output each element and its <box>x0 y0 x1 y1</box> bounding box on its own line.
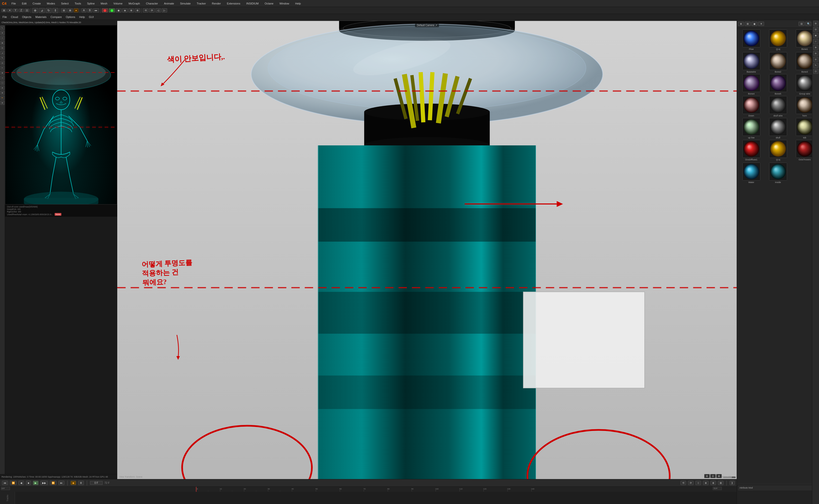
tool-2[interactable]: ⊞ <box>0 41 4 45</box>
toolbar-move[interactable]: ⊿ <box>39 8 45 13</box>
far-right-icon-2[interactable]: ⊞ <box>813 21 818 26</box>
far-right-icon-8[interactable]: ⊘ <box>813 57 818 62</box>
tool-12[interactable]: ⊛ <box>0 91 4 95</box>
far-right-icon-3[interactable]: ⊟ <box>813 27 818 32</box>
subbar-gui[interactable]: GUI <box>88 15 95 19</box>
menu-simulate[interactable]: Simulate <box>179 1 192 5</box>
toolbar-btn-a[interactable]: A <box>81 8 87 12</box>
toolbar-icons-8[interactable]: ⟳ <box>149 8 155 12</box>
play-stop[interactable]: ■ <box>26 481 31 485</box>
toolbar-icon-1[interactable]: ⊞ <box>1 9 6 12</box>
toolbar-grid[interactable]: ⊠ <box>67 8 73 12</box>
far-right-icon-10[interactable]: ⊡ <box>813 69 818 74</box>
subbar-materials[interactable]: Materials <box>34 15 48 19</box>
timeline-start-frame[interactable] <box>1 487 10 490</box>
material-item-bone4[interactable]: Bone4 <box>738 74 764 95</box>
subbar-file[interactable]: File <box>1 15 8 19</box>
subbar-objects[interactable]: Objects <box>21 15 32 19</box>
material-item-uplow[interactable]: up low <box>738 118 764 139</box>
menu-mesh[interactable]: Mesh <box>100 1 108 5</box>
toolbar-icons-10[interactable]: ▷ <box>162 8 167 12</box>
menu-modes[interactable]: Modes <box>46 1 56 5</box>
material-item-bone2[interactable]: Bone2 <box>765 52 791 73</box>
toolbar-snap[interactable]: ⊞ <box>61 8 67 12</box>
toolbar-rotate[interactable]: ↻ <box>46 8 52 13</box>
material-item-ocsdiffuse[interactable]: OcsDiffuse1 <box>738 140 764 162</box>
subbar-options[interactable]: Options <box>65 15 76 19</box>
toolbar-render[interactable]: ● <box>74 8 79 12</box>
menu-render[interactable]: Render <box>211 1 222 5</box>
rp-light-icon[interactable]: ☀ <box>758 22 764 26</box>
menu-create[interactable]: Create <box>32 1 42 5</box>
zoom-slider[interactable] <box>723 477 736 478</box>
play-fwd-faster[interactable]: ⏩ <box>50 481 56 485</box>
toolbar-more[interactable]: ▸▸ <box>93 8 99 12</box>
tool-10[interactable]: ⬡ <box>0 81 4 85</box>
toolbar-icons-render[interactable]: ⬤ <box>102 8 108 12</box>
tool-7[interactable]: ✂ <box>0 66 4 70</box>
play-forward[interactable]: ▶ <box>33 481 38 485</box>
tl-icons-6[interactable]: ⊞ <box>718 481 723 485</box>
toolbar-btn-b[interactable]: B <box>87 8 93 12</box>
far-right-icon-5[interactable]: ⊹ <box>813 39 818 44</box>
frame-counter[interactable] <box>90 481 102 485</box>
subbar-help[interactable]: Help <box>78 15 86 19</box>
menu-mograph[interactable]: MoGraph <box>127 1 141 5</box>
subbar-cloud[interactable]: Cloud <box>10 15 19 19</box>
toolbar-live-viewer[interactable]: ⬤ <box>109 8 115 12</box>
play-end[interactable]: ⏭ <box>58 481 64 485</box>
toolbar-icons-7[interactable]: ⟲ <box>143 8 148 12</box>
menu-extensions[interactable]: Extensions <box>226 1 241 5</box>
material-item-water[interactable]: Water <box>738 163 764 184</box>
toolbar-icons-3[interactable]: ◉ <box>116 8 121 12</box>
far-right-icon-6[interactable]: ⊗ <box>813 45 818 50</box>
toolbar-icon-2[interactable]: ✕ <box>7 9 12 12</box>
menu-octane[interactable]: Octane <box>264 1 274 5</box>
material-item-basewire[interactable]: Basewire <box>738 52 764 73</box>
tool-move[interactable]: ✛ <box>0 31 4 35</box>
tool-1[interactable]: ⊹ <box>0 36 4 40</box>
rp-search-icon[interactable]: 🔍 <box>805 22 811 26</box>
play-start[interactable]: ⏮ <box>2 481 8 485</box>
toolbar-icon-5[interactable]: ⊡ <box>24 9 29 12</box>
toolbar-icons-5[interactable]: ⊕ <box>128 8 134 12</box>
tool-pointer[interactable]: ↖ <box>0 26 4 30</box>
menu-volume[interactable]: Volume <box>112 1 123 5</box>
toolbar-scale[interactable]: ⇕ <box>52 8 58 13</box>
toolbar-icons-9[interactable]: ◁ <box>155 8 161 12</box>
menu-help[interactable]: Help <box>294 1 302 5</box>
tl-icons-2[interactable]: ⟳ <box>688 481 694 485</box>
timeline-settings[interactable]: ⚙ <box>78 481 84 485</box>
menu-select[interactable]: Select <box>60 1 70 5</box>
subbar-compare[interactable]: Compare <box>49 15 63 19</box>
material-item-skullwire[interactable]: skull wire <box>765 96 791 117</box>
rp-obj-icon[interactable]: ⊞ <box>745 22 751 26</box>
material-item-skull2[interactable]: skull <box>765 118 791 139</box>
rp-filter-icon[interactable]: ⊟ <box>799 22 805 26</box>
tl-icons-1[interactable]: ⟲ <box>681 481 686 485</box>
menu-tools[interactable]: Tools <box>74 1 82 5</box>
menu-tracker[interactable]: Tracker <box>196 1 207 5</box>
play-fwd-fast[interactable]: ▶▶ <box>40 481 48 485</box>
view-mode-1[interactable]: ⊞ <box>704 474 710 478</box>
menu-spline[interactable]: Spline <box>86 1 96 5</box>
menu-insidium[interactable]: INSIDIUM <box>245 1 260 5</box>
far-right-icon-9[interactable]: ✎ <box>813 63 818 68</box>
rp-scene-icon[interactable]: ⊕ <box>738 22 744 26</box>
far-right-icon-7[interactable]: ⊛ <box>813 51 818 56</box>
material-item-yon2[interactable]: 연색 <box>765 140 791 162</box>
material-item-yon[interactable]: 연색 <box>765 29 791 51</box>
tool-4[interactable]: ⊿ <box>0 51 4 55</box>
play-back-fast[interactable]: ⏪ <box>10 481 16 485</box>
toolbar-icons-6[interactable]: ⊗ <box>135 8 140 12</box>
keyframe-btn[interactable]: ◆ <box>71 481 76 485</box>
menu-edit[interactable]: Edit <box>21 1 28 5</box>
material-item-flow[interactable]: Flow <box>738 29 764 51</box>
material-item-down[interactable]: Down <box>738 96 764 117</box>
rp-cam-icon[interactable]: ◉ <box>751 22 757 26</box>
view-mode-2[interactable]: ⊟ <box>710 474 716 478</box>
toolbar-icon-3[interactable]: Y <box>13 9 18 12</box>
toolbar-icon-4[interactable]: Z <box>19 9 24 12</box>
tool-11[interactable]: ⊘ <box>0 86 4 90</box>
tool-sculpt[interactable]: ⊚ <box>0 101 4 105</box>
